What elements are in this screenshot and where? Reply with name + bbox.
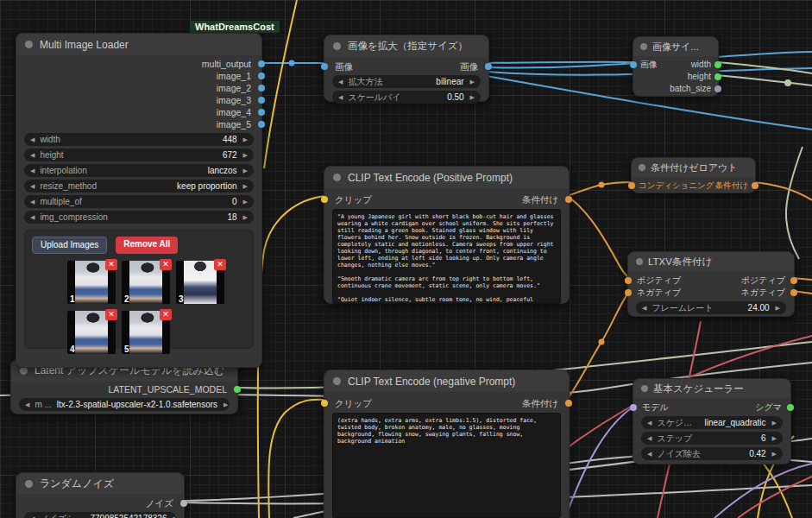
output-pin-conditioning[interactable]	[565, 196, 572, 203]
node-basic-scheduler[interactable]: 基本スケジューラー モデル シグマ スケジューラ linear_quadrati…	[633, 378, 791, 464]
remove-image-icon[interactable]	[105, 309, 117, 320]
output-pin-height[interactable]	[714, 73, 721, 80]
decrement-icon[interactable]	[642, 301, 646, 314]
image-thumbnail[interactable]: 3	[176, 261, 224, 304]
node-image-size[interactable]: 画像サイ... 画像 width height batch_size	[633, 36, 719, 97]
widget-steps[interactable]: ステップ 6	[641, 432, 783, 445]
widget-upscale-method[interactable]: 拡大方法 bilinear	[332, 75, 481, 88]
input-pin-conditioning[interactable]	[628, 182, 635, 189]
output-pin-batch-size[interactable]	[714, 85, 721, 92]
node-header[interactable]: CLIP Text Encode (negative Prompt)	[324, 370, 569, 392]
widget-width[interactable]: width 448	[24, 133, 254, 146]
node-upscale-image[interactable]: 画像を拡大（指定サイズ） 画像 画像 拡大方法 bilinear スケールバイ …	[324, 35, 489, 102]
node-clip-text-encode-positive[interactable]: CLIP Text Encode (Positive Prompt) クリップ …	[324, 166, 570, 304]
widget-resize-method[interactable]: resize_method keep proportion	[24, 180, 254, 193]
output-pin-image-5[interactable]	[258, 121, 265, 128]
prompt-textarea[interactable]: (extra hands, extra arms, extra limbs:1.…	[332, 413, 561, 518]
increment-icon[interactable]	[470, 91, 475, 104]
decrement-icon[interactable]	[30, 512, 35, 518]
increment-icon[interactable]	[776, 301, 780, 314]
input-pin-positive[interactable]	[625, 277, 632, 284]
increment-icon[interactable]	[243, 195, 248, 208]
widget-interpolation[interactable]: interpolation lanczos	[24, 164, 254, 177]
decrement-icon[interactable]	[25, 398, 29, 411]
input-pin-negative[interactable]	[625, 289, 632, 296]
decrement-icon[interactable]	[30, 180, 35, 193]
prompt-textarea[interactable]: "A young Japanese girl with short black …	[332, 209, 561, 304]
node-header[interactable]: LTXV条件付け	[628, 252, 794, 271]
image-thumbnail[interactable]: 2	[122, 261, 170, 304]
decrement-icon[interactable]	[338, 91, 343, 104]
widget-scheduler[interactable]: スケジューラ linear_quadratic	[641, 416, 783, 429]
output-pin-image[interactable]	[485, 63, 492, 70]
output-pin-conditioning[interactable]	[752, 182, 758, 189]
widget-multiple-of[interactable]: multiple_of 0	[24, 195, 254, 208]
decrement-icon[interactable]	[30, 148, 35, 161]
node-header[interactable]: 画像サイ...	[633, 37, 718, 56]
input-pin-image[interactable]	[321, 63, 328, 70]
increment-icon[interactable]	[243, 164, 248, 177]
node-header[interactable]: 基本スケジューラー	[633, 379, 790, 398]
node-header[interactable]: 条件付けゼロアウト	[632, 158, 755, 177]
widget-scale-by[interactable]: スケールバイ 0.50	[332, 91, 481, 104]
increment-icon[interactable]	[243, 148, 248, 161]
widget-height[interactable]: height 672	[24, 148, 254, 161]
decrement-icon[interactable]	[647, 447, 651, 460]
image-thumbnail[interactable]: 4	[67, 311, 116, 354]
output-pin-image-3[interactable]	[258, 97, 265, 104]
decrement-icon[interactable]	[30, 195, 35, 208]
input-pin-model[interactable]	[630, 404, 637, 411]
node-multi-image-loader[interactable]: Multi Image Loader multi_output image_1 …	[16, 33, 262, 368]
output-pin-width[interactable]	[714, 61, 721, 68]
increment-icon[interactable]	[470, 75, 475, 88]
output-pin-image-1[interactable]	[258, 73, 265, 79]
increment-icon[interactable]	[223, 398, 228, 411]
widget-frame-rate[interactable]: フレームレート 24.00	[636, 301, 786, 314]
node-header[interactable]: ランダムノイズ	[16, 473, 184, 494]
output-pin-sigmas[interactable]	[787, 404, 794, 411]
output-pin-positive[interactable]	[790, 277, 797, 284]
input-pin-image[interactable]	[630, 61, 637, 68]
upload-images-button[interactable]: Upload Images	[32, 237, 107, 254]
decrement-icon[interactable]	[30, 164, 35, 177]
image-thumbnail[interactable]: 1	[67, 261, 116, 304]
output-pin-image-2[interactable]	[258, 85, 265, 92]
image-link-dot[interactable]	[289, 60, 295, 66]
decrement-icon[interactable]	[647, 416, 651, 429]
output-pin-image-4[interactable]	[258, 109, 265, 116]
decrement-icon[interactable]	[647, 432, 651, 445]
node-header[interactable]: Multi Image Loader	[16, 34, 261, 55]
increment-icon[interactable]	[772, 416, 777, 429]
output-pin-noise[interactable]	[180, 500, 187, 507]
node-clip-text-encode-negative[interactable]: CLIP Text Encode (negative Prompt) クリップ …	[324, 370, 570, 518]
conditioning-link-dot[interactable]	[599, 182, 605, 345]
widget-denoise[interactable]: ノイズ除去 0.42	[641, 447, 783, 460]
widget-model-name[interactable]: m ... ltx-2.3-spatial-upscaler-x2-1.0.sa…	[19, 398, 230, 411]
remove-image-icon[interactable]	[214, 259, 226, 270]
node-header[interactable]: 画像を拡大（指定サイズ）	[324, 35, 488, 57]
increment-icon[interactable]	[243, 133, 248, 146]
node-ltxv-conditioning[interactable]: LTXV条件付け ポジティブ ポジティブ ネガティブ ネガティブ フレームレート…	[627, 251, 795, 317]
output-pin-negative[interactable]	[790, 289, 797, 296]
output-pin-multi-output[interactable]	[258, 60, 265, 67]
increment-icon[interactable]	[243, 211, 248, 224]
increment-icon[interactable]	[243, 180, 248, 193]
remove-image-icon[interactable]	[105, 259, 117, 270]
increment-icon[interactable]	[772, 432, 777, 445]
output-pin-conditioning[interactable]	[565, 400, 572, 407]
decrement-icon[interactable]	[30, 133, 35, 146]
widget-noise-seed[interactable]: ノイズシ ... 7709852542178326	[24, 512, 176, 518]
increment-icon[interactable]	[173, 512, 176, 518]
increment-icon[interactable]	[772, 447, 777, 460]
node-header[interactable]: CLIP Text Encode (Positive Prompt)	[324, 167, 569, 188]
remove-all-button[interactable]: Remove All	[116, 237, 178, 254]
output-pin-latent-upscale-model[interactable]	[234, 386, 241, 393]
remove-image-icon[interactable]	[160, 309, 172, 320]
decrement-icon[interactable]	[30, 211, 35, 224]
decrement-icon[interactable]	[338, 75, 343, 88]
image-thumbnail[interactable]: 5	[122, 311, 170, 354]
size-link-dot[interactable]	[784, 79, 791, 86]
widget-img-compression[interactable]: img_compression 18	[24, 211, 254, 224]
remove-image-icon[interactable]	[160, 259, 172, 270]
node-graph-canvas[interactable]: WhatDreamsCost Latent アップスケールモデルを読み込む LA…	[0, 0, 812, 518]
